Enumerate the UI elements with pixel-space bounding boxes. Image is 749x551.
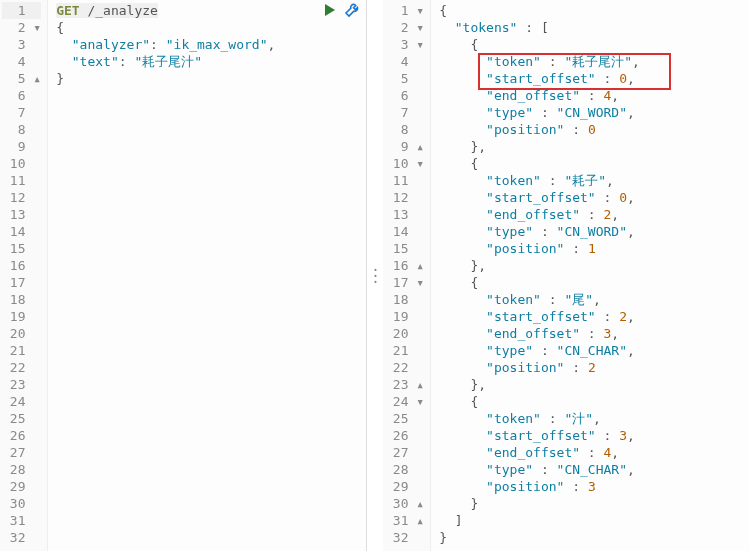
code-line: "start_offset" : 0, [439,71,635,86]
line-number: 12 [385,189,424,206]
code-line [56,428,64,443]
code-line: }, [439,377,486,392]
line-number: 6 [385,87,424,104]
line-number: 21 [2,342,41,359]
line-number: 31 ▴ [385,512,424,529]
line-number: 1 ▾ [385,2,424,19]
line-number: 22 [385,359,424,376]
line-number: 15 [385,240,424,257]
code-line: { [439,3,447,18]
code-line: "position" : 2 [439,360,596,375]
line-number: 20 [2,325,41,342]
line-number: 25 [385,410,424,427]
code-line: "end_offset" : 3, [439,326,619,341]
pane-divider[interactable]: ··· [367,0,383,551]
line-number: 5 [385,70,424,87]
line-number: 13 [2,206,41,223]
line-number: 26 [385,427,424,444]
line-number: 14 [2,223,41,240]
line-number: 26 [2,427,41,444]
code-line [56,122,64,137]
code-line [56,224,64,239]
request-content: GET /_analyze { "analyzer": "ik_max_word… [48,0,366,551]
code-line: }, [439,139,486,154]
code-line [56,241,64,256]
line-number: 29 [2,478,41,495]
line-number: 17 [2,274,41,291]
code-line [56,309,64,324]
request-gutter: 1 2 ▾ 3 4 5 ▴ 6 7 8 9 10 11 12 13 14 15 … [0,0,48,551]
code-line [56,173,64,188]
line-number: 8 [385,121,424,138]
code-line: "type" : "CN_CHAR", [439,462,635,477]
line-number: 29 [385,478,424,495]
line-number: 4 [2,53,41,70]
wrench-icon[interactable] [344,2,360,21]
line-number: 3 ▾ [385,36,424,53]
code-line [56,258,64,273]
code-line: { [439,275,478,290]
line-number: 2 ▾ [385,19,424,36]
run-icon[interactable] [322,2,338,21]
line-number: 10 [2,155,41,172]
code-line [56,88,64,103]
code-line [56,377,64,392]
line-number: 24 ▾ [385,393,424,410]
code-line: "position" : 0 [439,122,596,137]
line-number: 13 [385,206,424,223]
line-number: 4 [385,53,424,70]
code-line: } [56,71,64,86]
response-pane: 1 ▾ 2 ▾ 3 ▾ 4 5 6 7 8 9 ▴ 10 ▾ 11 12 13 … [383,0,749,551]
response-gutter: 1 ▾ 2 ▾ 3 ▾ 4 5 6 7 8 9 ▴ 10 ▾ 11 12 13 … [383,0,431,551]
line-number: 2 ▾ [2,19,41,36]
line-number: 6 [2,87,41,104]
code-line: "start_offset" : 2, [439,309,635,324]
code-line: "text": "耗子尾汁" [56,54,202,69]
line-number: 8 [2,121,41,138]
line-number: 9 ▴ [385,138,424,155]
response-content: { "tokens" : [ { "token" : "耗子尾汁", "star… [431,0,749,551]
line-number: 1 [2,2,41,19]
code-line: "token" : "耗子", [439,173,614,188]
code-line: { [56,20,64,35]
line-number: 18 [385,291,424,308]
line-number: 28 [2,461,41,478]
line-number: 21 [385,342,424,359]
line-number: 9 [2,138,41,155]
code-line: "end_offset" : 4, [439,88,619,103]
line-number: 28 [385,461,424,478]
code-line [56,394,64,409]
code-line: "token" : "汁", [439,411,601,426]
code-line [56,326,64,341]
line-number: 30 ▴ [385,495,424,512]
line-number: 3 [2,36,41,53]
line-number: 25 [2,410,41,427]
code-line: } [439,530,447,545]
line-number: 30 [2,495,41,512]
code-line [56,292,64,307]
code-line [56,462,64,477]
line-number: 11 [385,172,424,189]
request-line: GET /_analyze [56,3,158,18]
request-editor[interactable]: 1 2 ▾ 3 4 5 ▴ 6 7 8 9 10 11 12 13 14 15 … [0,0,366,551]
line-number: 7 [385,104,424,121]
line-number: 23 [2,376,41,393]
request-toolbar [322,2,360,21]
code-line: "position" : 1 [439,241,596,256]
code-line: "type" : "CN_CHAR", [439,343,635,358]
code-line: "end_offset" : 4, [439,445,619,460]
code-line [56,513,64,528]
code-line: "start_offset" : 0, [439,190,635,205]
line-number: 11 [2,172,41,189]
line-number: 22 [2,359,41,376]
code-line [56,207,64,222]
line-number: 27 [385,444,424,461]
code-line [56,530,64,545]
line-number: 23 ▴ [385,376,424,393]
line-number: 12 [2,189,41,206]
response-editor[interactable]: 1 ▾ 2 ▾ 3 ▾ 4 5 6 7 8 9 ▴ 10 ▾ 11 12 13 … [383,0,749,551]
code-line: "type" : "CN_WORD", [439,105,635,120]
line-number: 18 [2,291,41,308]
code-line [56,496,64,511]
line-number: 20 [385,325,424,342]
